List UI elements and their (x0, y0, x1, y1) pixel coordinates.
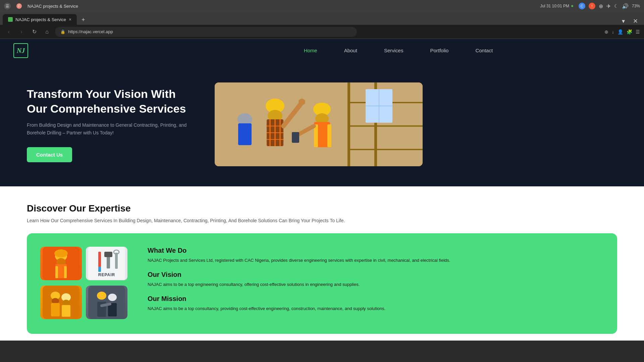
alert-icon: ! (589, 3, 595, 9)
what-we-do-body: NAJAC Projects and Services Ltd, registe… (148, 257, 604, 264)
our-mission-title: Our Mission (148, 295, 604, 303)
download-icon[interactable]: ↓ (612, 29, 614, 35)
our-vision-title: Our Vision (148, 271, 604, 279)
forward-button[interactable]: › (17, 27, 26, 37)
extensions-icon[interactable]: 🧩 (627, 29, 632, 35)
svg-rect-46 (43, 286, 79, 319)
expertise-image-2: REPAIR (86, 247, 127, 280)
tab-favicon (8, 17, 13, 22)
hero-section: Transform Your Vision With Our Comprehen… (0, 62, 644, 186)
hero-text-block: Transform Your Vision With Our Comprehen… (27, 86, 195, 162)
url-bar[interactable]: 🔒 https://najac.vercel.app (55, 27, 357, 37)
nav-link-contact[interactable]: Contact (475, 48, 493, 53)
svg-rect-40 (98, 267, 101, 272)
browser-frame: ☰ F NAJAC projects & Service Jul 31 10:0… (0, 0, 644, 362)
svg-line-58 (102, 304, 110, 306)
os-icon: ☰ (4, 3, 11, 9)
nav-link-home[interactable]: Home (304, 48, 317, 53)
our-mission-body: NAJAC aims to be a top consultancy, prov… (148, 305, 604, 312)
site-logo: NJ (13, 43, 28, 58)
hero-image (215, 82, 423, 166)
toolbar-icons: ⊕ ↓ 👤 🧩 ☰ (604, 29, 640, 35)
svg-text:REPAIR: REPAIR (98, 273, 115, 277)
chrome-icon: C (579, 3, 585, 9)
nav-item-contact[interactable]: Contact (475, 48, 493, 54)
nav-item-portfolio[interactable]: Portfolio (430, 48, 448, 54)
svg-text:F: F (18, 4, 20, 8)
tab-bar: NAJAC projects & Service × + ▾ ✕ (0, 12, 644, 25)
window-close-button[interactable]: ✕ (630, 17, 641, 25)
moon-icon: ☾ (614, 3, 619, 9)
expertise-card: REPAIR (27, 233, 617, 334)
hero-subtitle: From Building Design and Maintenance to … (27, 121, 195, 136)
expertise-image-3 (40, 286, 82, 319)
svg-point-51 (62, 300, 70, 306)
svg-rect-27 (238, 123, 252, 145)
volume-icon: 🔊 (622, 3, 629, 9)
logo-box: NJ (13, 43, 28, 58)
nav-links: Home About Services Portfolio Contact (304, 48, 493, 54)
svg-rect-52 (62, 305, 70, 317)
expertise-card-text: What We Do NAJAC Projects and Services L… (148, 247, 604, 320)
svg-point-56 (108, 294, 117, 301)
our-vision-body: NAJAC aims to be a top engineering consu… (148, 281, 604, 288)
network-indicator (571, 5, 573, 7)
hero-title: Transform Your Vision With Our Comprehen… (27, 86, 195, 116)
expertise-image-4 (86, 286, 127, 319)
nav-link-portfolio[interactable]: Portfolio (430, 48, 448, 53)
back-button[interactable]: ‹ (4, 27, 13, 37)
wifi-icon: ⊕ (599, 3, 603, 9)
svg-rect-35 (55, 266, 58, 278)
browser-favicon: F (16, 3, 22, 9)
bluetooth-icon: ✈ (606, 3, 611, 9)
reload-button[interactable]: ↻ (30, 27, 39, 37)
nav-item-home[interactable]: Home (304, 48, 317, 54)
nav-item-about[interactable]: About (344, 48, 357, 54)
svg-point-54 (97, 292, 106, 300)
svg-rect-53 (88, 286, 125, 319)
tab-title: NAJAC projects & Service (15, 17, 66, 22)
new-tab-button[interactable]: + (78, 15, 88, 25)
home-button[interactable]: ⌂ (42, 27, 52, 37)
tab-close-button[interactable]: × (69, 17, 71, 22)
svg-rect-42 (104, 252, 112, 257)
browser-app-name: NAJAC projects & Service (28, 4, 78, 9)
system-tray: C ! ⊕ ✈ ☾ 🔊 73% (579, 3, 640, 9)
expertise-image-1 (40, 247, 82, 280)
what-we-do-title: What We Do (148, 247, 604, 254)
website-content: NJ Home About Services Portfolio Contact (0, 39, 644, 341)
site-navbar: NJ Home About Services Portfolio Contact (0, 39, 644, 62)
menu-icon[interactable]: ☰ (636, 29, 640, 35)
url-text: https://najac.vercel.app (68, 29, 113, 34)
svg-rect-23 (327, 124, 331, 147)
battery-indicator: 73% (632, 4, 640, 8)
svg-rect-25 (292, 132, 299, 143)
browser-titlebar: ☰ F NAJAC projects & Service Jul 31 10:0… (0, 0, 644, 12)
nav-item-services[interactable]: Services (384, 48, 404, 54)
lock-icon: 🔒 (60, 29, 65, 34)
contact-us-button[interactable]: Contact Us (27, 147, 72, 162)
svg-rect-36 (64, 266, 67, 278)
svg-rect-49 (51, 303, 60, 316)
svg-rect-43 (115, 253, 118, 269)
nav-link-about[interactable]: About (344, 48, 357, 53)
active-tab[interactable]: NAJAC projects & Service × (3, 14, 77, 25)
expertise-subtitle: Learn How Our Comprehensive Services In … (27, 218, 617, 223)
nav-link-services[interactable]: Services (384, 48, 404, 53)
hero-illustration (215, 82, 423, 166)
expertise-section: Discover Our Expertise Learn How Our Com… (0, 186, 644, 223)
svg-rect-39 (98, 252, 101, 268)
pocket-icon[interactable]: ⊕ (604, 29, 608, 35)
svg-point-18 (299, 99, 305, 105)
tab-menu-button[interactable]: ▾ (619, 17, 628, 25)
profile-icon[interactable]: 👤 (618, 29, 623, 35)
expertise-title: Discover Our Expertise (27, 203, 617, 214)
expertise-images-grid: REPAIR (40, 247, 127, 320)
system-time: Jul 31 10:01 PM (540, 4, 573, 8)
svg-point-37 (54, 249, 68, 257)
address-bar-row: ‹ › ↻ ⌂ 🔒 https://najac.vercel.app ⊕ ↓ 👤… (0, 25, 644, 39)
